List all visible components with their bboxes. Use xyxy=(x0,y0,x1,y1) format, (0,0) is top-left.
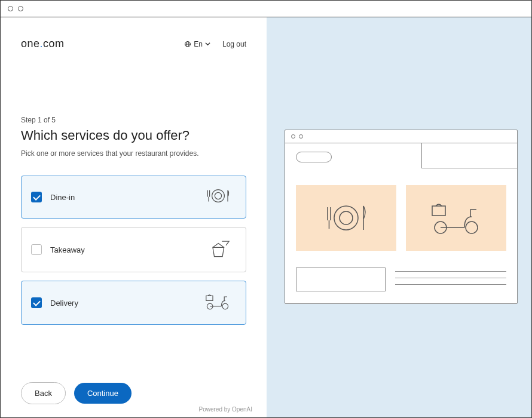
option-label: Takeaway xyxy=(50,245,85,254)
preview-body xyxy=(285,143,517,303)
window-titlebar xyxy=(1,1,531,17)
scooter-icon xyxy=(426,199,486,237)
plate-icon xyxy=(319,200,373,236)
wizard-footer: Back Continue xyxy=(21,382,246,407)
svg-point-9 xyxy=(340,211,353,225)
left-panel: one.com En Log out Step 1 of 5 Which ser… xyxy=(1,17,267,418)
window-control-icon[interactable] xyxy=(18,6,23,11)
option-dine-in[interactable]: Dine-in xyxy=(21,176,246,219)
top-links: En Log out xyxy=(184,40,246,48)
topbar: one.com En Log out xyxy=(21,38,246,50)
plate-icon xyxy=(204,187,233,207)
svg-rect-12 xyxy=(432,206,445,216)
option-label: Delivery xyxy=(50,299,78,308)
option-delivery[interactable]: Delivery xyxy=(21,281,246,325)
checkbox-delivery[interactable] xyxy=(31,297,42,308)
site-preview xyxy=(285,130,518,304)
preview-card-delivery xyxy=(406,185,506,251)
options-list: Dine-in Takeaway xyxy=(21,176,246,325)
preview-block-placeholder xyxy=(296,268,386,291)
page-subtitle: Pick one or more services that your rest… xyxy=(21,149,246,158)
svg-point-11 xyxy=(466,222,478,233)
preview-nav-placeholder xyxy=(421,143,517,168)
language-switcher[interactable]: En xyxy=(184,40,210,48)
brand-part2: com xyxy=(43,38,65,50)
wizard-step: Step 1 of 5 Which services do you offer?… xyxy=(21,116,246,158)
right-panel xyxy=(267,17,531,418)
preview-titlebar xyxy=(285,130,517,143)
window-control-icon[interactable] xyxy=(8,6,13,11)
option-label: Dine-in xyxy=(50,193,75,202)
continue-button[interactable]: Continue xyxy=(74,383,132,404)
scooter-icon xyxy=(203,292,233,314)
back-button[interactable]: Back xyxy=(21,382,66,404)
checkbox-takeaway[interactable] xyxy=(31,244,42,255)
svg-rect-7 xyxy=(206,296,213,300)
globe-icon xyxy=(184,41,191,48)
content: one.com En Log out Step 1 of 5 Which ser… xyxy=(1,17,531,418)
preview-window-control-icon xyxy=(291,134,295,139)
logout-link[interactable]: Log out xyxy=(222,40,246,48)
page-title: Which services do you offer? xyxy=(21,128,246,143)
powered-by: Powered by OpenAI xyxy=(199,406,253,413)
brand-logo: one.com xyxy=(21,38,65,50)
svg-point-3 xyxy=(212,190,225,202)
bag-icon xyxy=(206,238,233,261)
preview-window-control-icon xyxy=(299,134,303,139)
svg-point-4 xyxy=(215,192,221,199)
preview-card-dinein xyxy=(296,185,396,251)
svg-point-8 xyxy=(334,206,358,230)
brand-part1: one xyxy=(21,38,40,50)
svg-point-6 xyxy=(222,303,228,309)
checkbox-dine-in[interactable] xyxy=(31,192,42,202)
app-window: one.com En Log out Step 1 of 5 Which ser… xyxy=(0,0,532,418)
preview-logo-placeholder xyxy=(296,152,332,162)
step-counter: Step 1 of 5 xyxy=(21,116,246,124)
language-label: En xyxy=(194,40,203,48)
option-takeaway[interactable]: Takeaway xyxy=(21,227,246,272)
preview-text-placeholder xyxy=(395,268,506,285)
chevron-down-icon xyxy=(205,41,210,47)
